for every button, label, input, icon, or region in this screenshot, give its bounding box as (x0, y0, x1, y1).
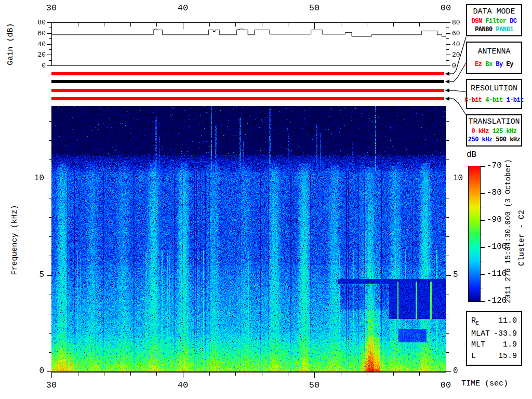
orbit-parameter-value: 15.9 (498, 352, 517, 360)
colorbar-tick (481, 234, 483, 234)
time-tick-bottom (156, 373, 157, 376)
orbit-parameter-row: RE11.0 (471, 317, 517, 326)
data-mode-arrowhead-icon (445, 72, 449, 76)
time-axis-title: TIME (sec) (461, 380, 508, 388)
gain-tick-right (446, 28, 449, 28)
colorbar-tick (481, 301, 485, 302)
time-tick-top (209, 23, 210, 26)
time-tick-top (235, 23, 236, 26)
time-tick-top (104, 23, 104, 26)
translation-value: 500 kHz (493, 136, 521, 143)
time-tick-bottom (130, 373, 131, 376)
gain-tick-right (446, 44, 450, 45)
colorbar-tick (481, 274, 485, 275)
colorbar-tick-label: -110 (487, 270, 507, 278)
resolution-values-row: 8-bit 4-bit 1-bit (464, 97, 524, 104)
time-tick-top (262, 23, 262, 26)
resolution-title: RESOLUTION (471, 84, 517, 93)
freq-tick-left (47, 371, 51, 372)
time-tick-top (393, 23, 394, 26)
translation-values-row: 0 kHz 125 kHz (471, 128, 516, 135)
freq-tick-left (49, 333, 51, 334)
colorbar-tick (481, 247, 485, 248)
freq-tick-label-right: 0 (453, 367, 469, 375)
gain-tick-left (49, 49, 51, 50)
time-tick-label-bottom: 40 (172, 381, 193, 390)
freq-tick-right (446, 314, 449, 314)
orbit-parameter-value: -33.9 (494, 330, 517, 338)
translation-value: 0 kHz (471, 128, 489, 135)
freq-tick-right (446, 371, 451, 372)
status-bar-data-mode (51, 72, 444, 75)
data-mode-title: DATA MODE (473, 7, 515, 16)
colorbar-tick-label: -100 (487, 243, 507, 251)
time-tick-top (288, 23, 288, 26)
antenna-value: Bx (482, 61, 493, 68)
colorbar-tick (481, 288, 483, 288)
freq-tick-label-left: 0 (29, 367, 44, 375)
colorbar-tick (481, 180, 483, 180)
colorbar (468, 166, 481, 302)
gain-tick-label-left: 60 (31, 30, 46, 37)
gain-tick-label-right: 20 (452, 51, 468, 58)
resolution-value: 4-bit (482, 97, 503, 104)
freq-tick-left (47, 275, 51, 276)
time-tick-label-bottom: 00 (435, 381, 456, 390)
colorbar-tick (481, 193, 485, 194)
resolution-legend-box: RESOLUTION 8-bit 4-bit 1-bit (466, 79, 522, 109)
antenna-title: ANTENNA (477, 47, 510, 56)
colorbar-tick (481, 261, 483, 261)
time-tick-bottom (314, 373, 315, 378)
translation-value: 125 kHz (489, 128, 517, 135)
time-tick-label-top: 30 (41, 4, 62, 12)
gain-tick-label-left: 20 (31, 51, 46, 58)
orbit-parameter-row: MLT1.9 (471, 341, 517, 349)
data_mode-values-row: PAN80 PAN81 (475, 26, 513, 33)
freq-tick-label-right: 5 (453, 271, 469, 279)
colorbar-tick (481, 166, 485, 167)
colorbar-tick (481, 207, 483, 207)
freq-tick-right (446, 295, 449, 295)
gain-tick-label-left: 80 (31, 19, 46, 26)
freq-tick-left (49, 159, 51, 160)
freq-tick-left (49, 352, 51, 353)
gain-tick-label-left: 0 (31, 62, 46, 69)
time-tick-bottom (209, 373, 210, 376)
gain-tick-label-right: 80 (452, 19, 468, 26)
time-tick-bottom (235, 373, 236, 376)
time-tick-label-top: 00 (435, 4, 456, 12)
antenna-value: Ey (503, 61, 513, 68)
freq-tick-left (49, 236, 51, 237)
spectrogram-image (51, 106, 446, 371)
data_mode-value: PAN80 (475, 26, 493, 33)
gain-tick-right (446, 22, 450, 23)
antenna-arrowhead-icon (445, 79, 449, 84)
freq-tick-right (446, 198, 449, 198)
translation-title: TRANSLATION (468, 117, 520, 126)
status-bar-translation (51, 97, 444, 100)
freq-tick-label-right: 10 (453, 174, 469, 182)
freq-tick-right (446, 140, 449, 141)
freq-tick-left (49, 256, 51, 256)
data_mode-value: DSN (471, 18, 482, 25)
status-bar-antenna (51, 80, 444, 83)
orbit-parameter-label: L (471, 352, 476, 360)
time-tick-bottom (288, 373, 288, 376)
antenna-value: By (493, 61, 503, 68)
freq-tick-right (446, 275, 451, 276)
data_mode-values-row: DSN Filter DC (471, 18, 516, 25)
freq-tick-right (446, 256, 449, 256)
orbit-parameter-row: L15.9 (471, 352, 517, 360)
freq-tick-right (446, 217, 449, 218)
colorbar-tick (481, 220, 485, 221)
antenna-legend-box: ANTENNA Ez Bx By Ey (466, 42, 522, 74)
freq-tick-right (446, 159, 449, 160)
colorbar-tick-label: -80 (487, 189, 502, 197)
time-tick-top (183, 23, 183, 29)
antenna-value: Ez (475, 61, 482, 68)
colorbar-tick-label: -120 (487, 297, 507, 305)
gain-panel (51, 22, 446, 66)
time-tick-bottom (419, 373, 420, 376)
gain-tick-left (47, 22, 51, 23)
time-tick-bottom (78, 373, 78, 376)
